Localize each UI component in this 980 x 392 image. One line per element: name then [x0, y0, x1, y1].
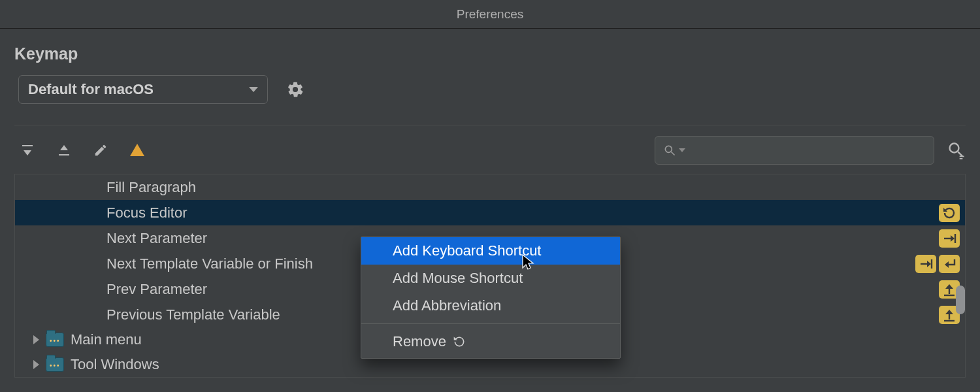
- action-label: Fill Paragraph: [106, 179, 196, 196]
- window-title: Preferences: [457, 7, 523, 22]
- context-menu-item-label: Add Mouse Shortcut: [393, 270, 523, 287]
- find-shortcut-icon[interactable]: [947, 141, 966, 159]
- toolbar: [0, 125, 980, 174]
- action-label: Previous Template Variable: [106, 306, 280, 323]
- warning-icon[interactable]: [128, 141, 146, 159]
- window-title-bar: Preferences: [0, 0, 980, 29]
- context-menu-item-label: Add Abbreviation: [393, 297, 501, 314]
- gear-icon[interactable]: [286, 80, 304, 99]
- toolbar-left: [18, 141, 146, 159]
- shortcut-badges: [939, 229, 960, 248]
- shortcut-badge-tab: [939, 229, 960, 248]
- page-title: Keymap: [0, 29, 980, 75]
- chevron-down-icon: [249, 87, 258, 92]
- shortcut-badge-restore: [939, 204, 960, 222]
- edit-icon[interactable]: [91, 141, 110, 159]
- context-menu-item[interactable]: Add Mouse Shortcut: [361, 265, 620, 292]
- svg-point-0: [665, 146, 672, 152]
- context-menu-item-label: Remove: [393, 333, 446, 350]
- disclosure-triangle-icon: [33, 360, 39, 369]
- svg-line-3: [958, 152, 962, 156]
- folder-icon: •••: [46, 357, 64, 372]
- action-row[interactable]: Fill Paragraph: [15, 174, 965, 200]
- action-label: Prev Parameter: [106, 281, 207, 298]
- collapse-all-icon[interactable]: [55, 141, 73, 159]
- shortcut-badge-enter: [939, 255, 960, 273]
- action-label: Focus Editor: [106, 204, 188, 221]
- keymap-select-value: Default for macOS: [28, 81, 154, 98]
- svg-point-2: [950, 144, 959, 153]
- group-label: Main menu: [71, 331, 142, 348]
- action-label: Next Template Variable or Finish: [106, 255, 313, 272]
- keymap-selector-row: Default for macOS: [0, 75, 980, 104]
- search-input[interactable]: [655, 136, 934, 165]
- svg-line-1: [672, 152, 675, 155]
- toolbar-right: [655, 136, 966, 165]
- expand-all-icon[interactable]: [18, 141, 37, 159]
- context-menu-item-label: Add Keyboard Shortcut: [393, 242, 541, 259]
- action-row[interactable]: Focus Editor: [15, 200, 965, 225]
- restore-icon: [453, 335, 466, 348]
- keymap-select[interactable]: Default for macOS: [18, 75, 268, 104]
- context-menu: Add Keyboard ShortcutAdd Mouse ShortcutA…: [361, 237, 621, 359]
- shortcut-badges: [915, 255, 960, 273]
- shortcut-badge-tab: [915, 255, 936, 273]
- context-menu-remove[interactable]: Remove: [361, 328, 620, 355]
- search-icon: [663, 144, 676, 157]
- chevron-down-icon: [679, 148, 685, 152]
- disclosure-triangle-icon: [33, 335, 39, 344]
- group-label: Tool Windows: [71, 356, 159, 373]
- scrollbar-thumb[interactable]: [956, 286, 965, 314]
- context-menu-item[interactable]: Add Abbreviation: [361, 292, 620, 319]
- folder-icon: •••: [46, 333, 64, 347]
- action-label: Next Parameter: [106, 230, 207, 247]
- context-menu-separator: [361, 323, 620, 324]
- shortcut-badges: [939, 204, 960, 222]
- context-menu-item[interactable]: Add Keyboard Shortcut: [361, 237, 620, 265]
